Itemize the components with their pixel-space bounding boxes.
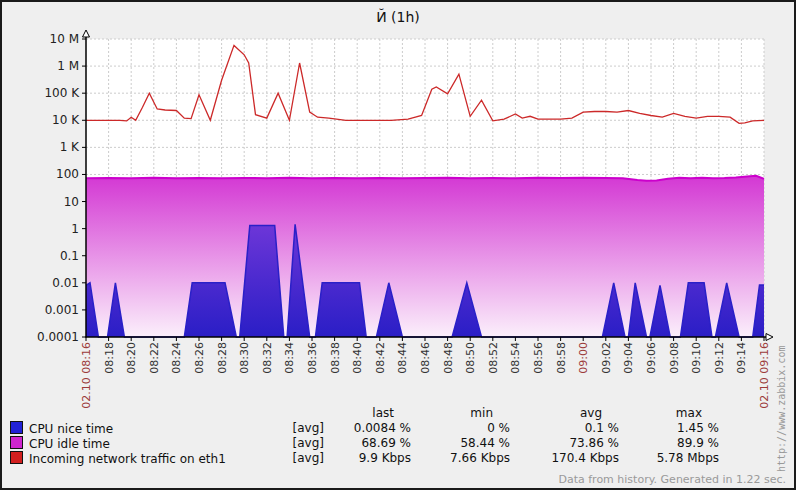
zabbix-watermark: http://www.zabbix.com <box>776 336 790 472</box>
legend-header-row: last min avg max <box>10 405 719 421</box>
legend-row-network-traffic: Incoming network traffic on eth1 [avg] 9… <box>10 451 719 466</box>
svg-text:08:54: 08:54 <box>509 342 522 374</box>
svg-text:1: 1 <box>71 222 79 236</box>
svg-text:08:34: 08:34 <box>283 342 296 374</box>
svg-text:09:14: 09:14 <box>735 342 748 374</box>
svg-text:08:28: 08:28 <box>216 342 229 374</box>
svg-text:10: 10 <box>64 195 79 209</box>
series-last: 68.69 % <box>324 436 411 451</box>
legend-header-spacer <box>267 405 324 421</box>
svg-text:09:02: 09:02 <box>600 342 613 374</box>
legend-header-spacer <box>10 405 267 421</box>
svg-text:08:20: 08:20 <box>125 342 138 374</box>
cpu-nice-swatch-icon <box>10 421 23 434</box>
series-label: CPU nice time <box>29 422 113 436</box>
svg-text:08:24: 08:24 <box>170 342 183 374</box>
series-avg: 73.86 % <box>510 436 619 451</box>
series-min: 0 % <box>411 421 510 436</box>
svg-text:08:22: 08:22 <box>148 342 161 374</box>
svg-text:08:38: 08:38 <box>329 342 342 374</box>
svg-text:09:06: 09:06 <box>645 342 658 374</box>
series-last: 9.9 Kbps <box>324 451 411 466</box>
svg-text:08:58: 08:58 <box>555 342 568 374</box>
svg-text:100: 100 <box>56 167 79 181</box>
svg-text:09:12: 09:12 <box>713 342 726 374</box>
graph-canvas: 10 M1 M100 K10 K1 K1001010.10.010.0010.0… <box>0 0 796 490</box>
svg-text:09:08: 09:08 <box>668 342 681 374</box>
svg-text:08:32: 08:32 <box>261 342 274 374</box>
svg-text:02.10 08:16: 02.10 08:16 <box>80 342 93 409</box>
cpu-idle-swatch-icon <box>10 436 23 449</box>
svg-text:08:52: 08:52 <box>487 342 500 374</box>
svg-text:08:50: 08:50 <box>464 342 477 374</box>
svg-text:08:48: 08:48 <box>442 342 455 374</box>
svg-text:1 K: 1 K <box>60 140 80 154</box>
legend-row-cpu-idle: CPU idle time [avg] 68.69 % 58.44 % 73.8… <box>10 436 719 451</box>
series-min: 7.66 Kbps <box>411 451 510 466</box>
y-axis-labels: 10 M1 M100 K10 K1 K1001010.10.010.0010.0… <box>37 32 86 344</box>
legend-row-cpu-nice: CPU nice time [avg] 0.0084 % 0 % 0.1 % 1… <box>10 421 719 436</box>
x-axis-arrow-icon <box>766 334 773 341</box>
series-avg: 170.4 Kbps <box>510 451 619 466</box>
series-min: 58.44 % <box>411 436 510 451</box>
series-label: CPU idle time <box>29 437 110 451</box>
svg-text:08:36: 08:36 <box>306 342 319 374</box>
series-max: 1.45 % <box>619 421 719 436</box>
legend: last min avg max CPU nice time [avg] 0.0… <box>10 405 719 466</box>
svg-text:08:44: 08:44 <box>396 342 409 374</box>
svg-text:1 M: 1 M <box>57 59 79 73</box>
legend-header-last: last <box>324 405 411 421</box>
svg-text:02.10 09:16: 02.10 09:16 <box>758 342 771 409</box>
svg-text:0.1: 0.1 <box>60 249 79 263</box>
svg-text:08:30: 08:30 <box>238 342 251 374</box>
series-max: 5.78 Mbps <box>619 451 719 466</box>
svg-text:09:10: 09:10 <box>690 342 703 374</box>
series-scope: [avg] <box>267 436 324 451</box>
x-axis-labels: 02.10 08:1608:1808:2008:2208:2408:2608:2… <box>80 337 771 409</box>
network-traffic-swatch-icon <box>10 451 23 464</box>
svg-text:08:26: 08:26 <box>193 342 206 374</box>
series-last: 0.0084 % <box>324 421 411 436</box>
svg-text:08:42: 08:42 <box>374 342 387 374</box>
generation-status-text: Data from history. Generated in 1.22 sec… <box>558 473 786 486</box>
legend-header-avg: avg <box>510 405 619 421</box>
svg-text:100 K: 100 K <box>44 86 80 100</box>
legend-header-min: min <box>411 405 510 421</box>
graph-title: Й (1h) <box>2 9 794 25</box>
svg-text:0.001: 0.001 <box>45 303 79 317</box>
series-scope: [avg] <box>267 451 324 466</box>
series-avg: 0.1 % <box>510 421 619 436</box>
svg-text:09:00: 09:00 <box>577 342 590 374</box>
svg-text:08:18: 08:18 <box>103 342 116 374</box>
series-label: Incoming network traffic on eth1 <box>29 452 226 466</box>
svg-text:09:04: 09:04 <box>622 342 635 374</box>
svg-text:0.01: 0.01 <box>52 276 79 290</box>
svg-text:08:46: 08:46 <box>419 342 432 374</box>
series-scope: [avg] <box>267 421 324 436</box>
legend-header-max: max <box>619 405 719 421</box>
svg-text:0.0001: 0.0001 <box>37 330 79 344</box>
svg-text:08:40: 08:40 <box>351 342 364 374</box>
y-axis-arrow-icon <box>83 30 90 37</box>
svg-text:08:56: 08:56 <box>532 342 545 374</box>
svg-text:10 M: 10 M <box>50 32 79 46</box>
series-max: 89.9 % <box>619 436 719 451</box>
svg-text:10 K: 10 K <box>52 113 80 127</box>
